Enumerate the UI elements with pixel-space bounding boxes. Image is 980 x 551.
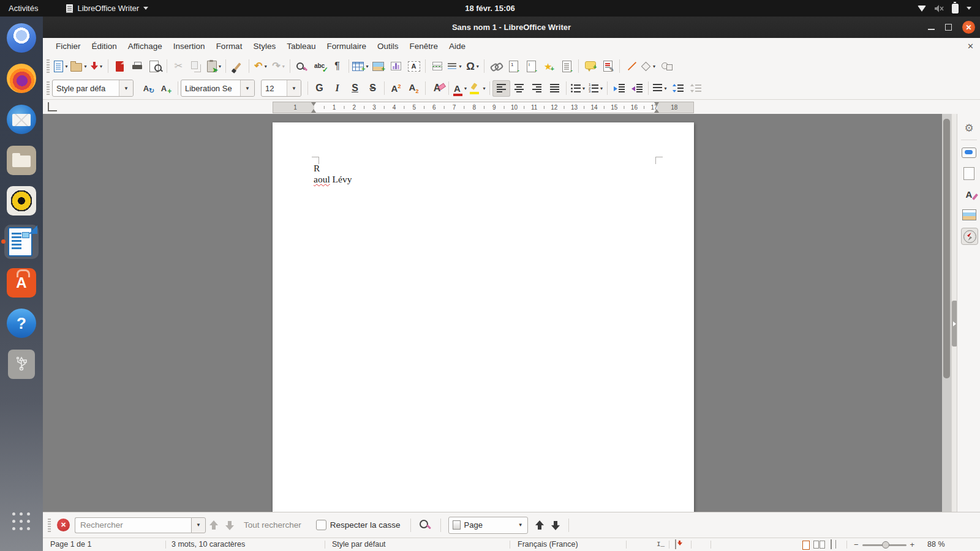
dock-item-chromium[interactable]	[7, 23, 36, 53]
print-button[interactable]	[129, 58, 146, 75]
insert-special-character-button[interactable]: Ω▾	[464, 58, 481, 75]
menu-formulaire[interactable]: Formulaire	[321, 38, 372, 55]
match-case-checkbox[interactable]	[316, 520, 326, 530]
tab-stop-type-selector[interactable]	[48, 102, 57, 111]
document-page[interactable]: R aoul Lévy	[273, 122, 694, 512]
document-modified-icon[interactable]	[675, 539, 676, 549]
navigate-by-combo[interactable]: Page ▼	[448, 517, 528, 534]
redo-button[interactable]: ↷▾	[270, 58, 287, 75]
insert-cross-reference-button[interactable]: -	[558, 58, 576, 75]
cut-button[interactable]: ✂	[170, 58, 187, 75]
flowchart-shapes-button[interactable]	[658, 58, 676, 75]
zoom-slider-thumb[interactable]	[882, 541, 889, 549]
close-find-bar-button[interactable]: ✕	[57, 519, 70, 531]
menu-fenetre[interactable]: Fenêtre	[404, 38, 443, 55]
system-status-area[interactable]	[918, 0, 980, 17]
document-text[interactable]: R aoul Lévy	[314, 163, 352, 184]
dock-item-ubuntu-software[interactable]	[7, 268, 36, 298]
toolbar-grip[interactable]	[47, 59, 50, 73]
close-button[interactable]: ✕	[962, 21, 975, 34]
dock-item-files[interactable]	[7, 146, 36, 175]
chevron-down-icon[interactable]: ▼	[514, 517, 527, 533]
zoom-level[interactable]: 88 %	[927, 538, 945, 551]
chevron-down-icon[interactable]: ▼	[287, 80, 301, 96]
insert-comment-button[interactable]: +	[581, 58, 599, 75]
menu-styles[interactable]: Styles	[247, 38, 281, 55]
track-changes-button[interactable]	[599, 58, 617, 75]
bullet-list-button[interactable]: ▾	[569, 80, 587, 97]
vertical-scrollbar[interactable]	[942, 114, 951, 512]
align-center-button[interactable]	[510, 80, 528, 97]
line-spacing-button[interactable]: ▾	[651, 80, 669, 97]
bold-button[interactable]: G	[311, 80, 328, 97]
superscript-button[interactable]: A2	[387, 80, 405, 97]
menu-outils[interactable]: Outils	[372, 38, 404, 55]
zoom-slider-track[interactable]	[862, 544, 907, 546]
find-all-button[interactable]: Tout rechercher	[244, 520, 301, 530]
italic-button[interactable]: I	[328, 80, 346, 97]
find-previous-button[interactable]	[209, 520, 218, 530]
decrease-paragraph-spacing-button[interactable]	[687, 80, 704, 97]
undo-button[interactable]: ↶▾	[252, 58, 270, 75]
insert-footnote-button[interactable]: 1-	[505, 58, 522, 75]
activities-button[interactable]: Activités	[0, 0, 47, 17]
zoom-slider[interactable]: − +	[854, 538, 914, 551]
clone-formatting-button[interactable]	[228, 58, 246, 75]
font-name-combo[interactable]: Liberation Se ▼	[181, 80, 255, 97]
new-document-button[interactable]: ▾	[52, 58, 70, 75]
update-style-button[interactable]: A	[137, 80, 155, 97]
scrollbar-thumb[interactable]	[943, 119, 950, 378]
sidebar-tab-navigator[interactable]	[961, 228, 978, 245]
insert-bookmark-button[interactable]: ★+	[540, 58, 558, 75]
basic-shapes-button[interactable]: ▾	[640, 58, 658, 75]
new-style-button[interactable]: A	[155, 80, 173, 97]
restore-button[interactable]	[945, 24, 952, 31]
app-menu-button[interactable]: LibreOffice Writer	[60, 0, 154, 17]
decrease-indent-button[interactable]	[628, 80, 646, 97]
find-and-replace-button[interactable]	[418, 518, 433, 533]
toolbar-grip[interactable]	[47, 81, 50, 95]
sidebar-tab-styles[interactable]: A	[961, 186, 977, 202]
increase-indent-button[interactable]	[610, 80, 628, 97]
indent-marker-right[interactable]	[654, 102, 660, 113]
numbered-list-button[interactable]: 123▾	[587, 80, 605, 97]
find-replace-button[interactable]	[293, 58, 311, 75]
dock-item-rhythmbox[interactable]	[7, 186, 36, 216]
dock-item-usb-media[interactable]	[7, 350, 36, 379]
horizontal-ruler[interactable]: 1 123456789101112131415161718	[273, 102, 694, 113]
open-button[interactable]: ▾	[70, 58, 88, 75]
font-size-combo[interactable]: 12 ▼	[261, 80, 301, 97]
chevron-down-icon[interactable]: ▼	[240, 80, 254, 96]
sidebar-tab-gallery[interactable]	[961, 207, 977, 223]
zoom-in-icon[interactable]: +	[910, 538, 915, 551]
insert-table-button[interactable]: +▾	[352, 58, 369, 75]
paste-button[interactable]: ➤▾	[205, 58, 223, 75]
menu-insertion[interactable]: Insertion	[168, 38, 211, 55]
insert-chart-button[interactable]	[387, 58, 405, 75]
multi-page-view-button[interactable]	[813, 541, 825, 549]
justify-button[interactable]	[546, 80, 564, 97]
spelling-button[interactable]: abc	[311, 58, 328, 75]
search-history-dropdown[interactable]: ▼	[191, 517, 206, 533]
dock-item-firefox[interactable]	[7, 64, 36, 93]
strikethrough-button[interactable]: S	[364, 80, 382, 97]
single-page-view-button[interactable]	[802, 541, 810, 550]
indent-marker-left[interactable]	[311, 102, 317, 113]
sidebar-tab-page[interactable]	[961, 165, 977, 181]
clear-formatting-button[interactable]: A	[428, 80, 446, 97]
find-next-button[interactable]	[225, 520, 234, 530]
font-color-button[interactable]: A▾	[451, 80, 469, 97]
insert-page-break-button[interactable]	[428, 58, 446, 75]
copy-button[interactable]	[187, 58, 205, 75]
align-right-button[interactable]	[528, 80, 546, 97]
minimize-button[interactable]	[928, 29, 935, 30]
menu-aide[interactable]: Aide	[443, 38, 471, 55]
menu-fichier[interactable]: Fichier	[50, 38, 86, 55]
insert-hyperlink-button[interactable]	[487, 58, 505, 75]
subscript-button[interactable]: A2	[405, 80, 423, 97]
dock-item-thunderbird[interactable]	[7, 105, 36, 134]
insert-line-button[interactable]	[622, 58, 640, 75]
export-pdf-button[interactable]	[111, 58, 129, 75]
highlight-color-button[interactable]: ▾	[469, 80, 487, 97]
book-view-button[interactable]	[831, 539, 832, 549]
